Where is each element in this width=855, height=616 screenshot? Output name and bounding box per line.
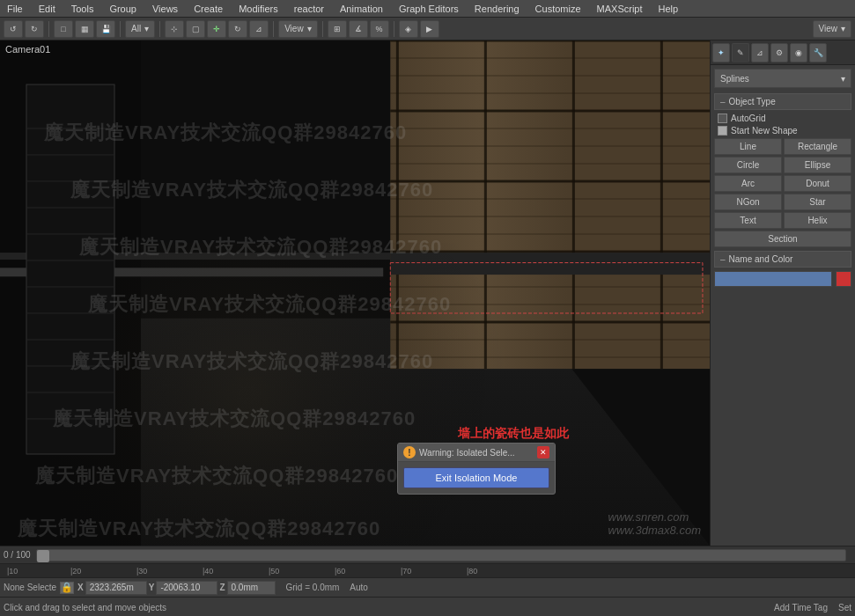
circle-button[interactable]: Circle xyxy=(714,157,782,173)
splines-dropdown[interactable]: Splines ▾ xyxy=(714,69,851,88)
timeline-slider[interactable] xyxy=(36,549,846,561)
rp-tab-hierarchy[interactable]: ⊿ xyxy=(751,43,769,62)
menu-maxscript[interactable]: MAXScript xyxy=(593,4,646,14)
timeline-numbers: |10 |20 |30 |40 |50 |60 |70 |80 xyxy=(0,564,855,578)
render-button[interactable]: ◈ xyxy=(399,20,418,38)
helix-button[interactable]: Helix xyxy=(784,212,851,229)
menu-modifiers[interactable]: Modifiers xyxy=(235,4,282,14)
grid-info: Grid = 0.0mm xyxy=(286,583,340,592)
website-watermark: www.snren.com www.3dmax8.com xyxy=(608,510,701,537)
menu-rendering[interactable]: Rendering xyxy=(471,4,523,14)
toolbar: ↺ ↻ □ ▦ 💾 All▾ ⊹ ▢ ✛ ↻ ⊿ View▾ ⊞ ∡ % ◈ ▶… xyxy=(0,18,855,40)
percent-snap[interactable]: % xyxy=(370,20,389,38)
arc-button[interactable]: Arc xyxy=(714,175,782,192)
object-type-section: – Object Type xyxy=(714,93,851,110)
bottom-area: 0 / 100 |10 |20 |30 |40 |50 |60 |70 |80 … xyxy=(0,546,855,616)
select-region-button[interactable]: ▢ xyxy=(186,20,205,38)
donut-button[interactable]: Donut xyxy=(784,175,851,192)
toolbar-sep-6 xyxy=(394,21,394,37)
redo-button[interactable]: ↻ xyxy=(25,20,44,38)
watermark-8: 魔天制造VRAY技术交流QQ群29842760 xyxy=(18,516,380,542)
view-dropdown[interactable]: View▾ xyxy=(278,20,318,38)
coord-inputs: X Y Z xyxy=(77,581,275,595)
watermark-3: 魔天制造VRAY技术交流QQ群29842760 xyxy=(79,234,442,260)
right-panel-tabs: ✦ ✎ ⊿ ⚙ ◉ 🔧 xyxy=(711,40,855,65)
menu-animation[interactable]: Animation xyxy=(336,4,387,14)
view-dropdown-right[interactable]: View▾ xyxy=(813,20,852,38)
color-swatch[interactable] xyxy=(836,271,851,287)
watermark-4: 魔天制造VRAY技术交流QQ群29842760 xyxy=(88,291,451,318)
viewport-label: Camera01 xyxy=(5,44,50,55)
ngon-button[interactable]: NGon xyxy=(714,194,782,210)
scale-button[interactable]: ⊿ xyxy=(249,20,269,38)
x-input[interactable] xyxy=(85,581,147,595)
menu-bar: File Edit Tools Group Views Create Modif… xyxy=(0,0,855,18)
set-label[interactable]: Set xyxy=(838,603,851,612)
isolation-dialog: ! Warning: Isolated Sele... ✕ Exit Isola… xyxy=(397,443,556,495)
rp-tab-motion[interactable]: ⚙ xyxy=(770,43,788,62)
angle-snap[interactable]: ∡ xyxy=(349,20,368,38)
open-button[interactable]: ▦ xyxy=(75,20,94,38)
new-scene-button[interactable]: □ xyxy=(54,20,73,38)
viewport[interactable]: Camera01 魔天制造VRAY技术交流QQ群29842760 魔天制造VRA… xyxy=(0,40,710,546)
menu-customize[interactable]: Customize xyxy=(532,4,585,14)
menu-views[interactable]: Views xyxy=(149,4,181,14)
color-row xyxy=(714,271,851,287)
input-row2: Click and drag to select and move object… xyxy=(0,598,855,616)
y-input[interactable] xyxy=(156,581,217,595)
right-panel: ✦ ✎ ⊿ ⚙ ◉ 🔧 Splines ▾ – Object Type Auto… xyxy=(710,40,855,546)
menu-group[interactable]: Group xyxy=(106,4,140,14)
watermark-1: 魔天制造VRAY技术交流QQ群29842760 xyxy=(44,120,407,146)
rotate-button[interactable]: ↻ xyxy=(228,20,247,38)
timeline-bar: 0 / 100 xyxy=(0,546,855,564)
input-bar: None Selecte 🔒 X Y Z Grid = 0.0mm Auto C… xyxy=(0,578,855,616)
right-panel-content: Splines ▾ – Object Type AutoGrid Start N… xyxy=(711,65,855,546)
star-button[interactable]: Star xyxy=(784,194,851,210)
exit-isolation-button[interactable]: Exit Isolation Mode xyxy=(403,467,549,488)
select-button[interactable]: ⊹ xyxy=(165,20,184,38)
line-button[interactable]: Line xyxy=(714,138,782,155)
isolation-dialog-header: ! Warning: Isolated Sele... ✕ xyxy=(398,444,555,462)
z-input[interactable] xyxy=(227,581,276,595)
toolbar-sep-4 xyxy=(273,21,274,37)
rectangle-button[interactable]: Rectangle xyxy=(784,138,851,155)
warning-icon: ! xyxy=(403,446,416,458)
menu-help[interactable]: Help xyxy=(655,4,682,14)
isolation-dialog-title: Warning: Isolated Sele... xyxy=(416,448,537,458)
snap-toggle[interactable]: ⊞ xyxy=(328,20,347,38)
menu-tools[interactable]: Tools xyxy=(68,4,98,14)
rp-tab-utilities[interactable]: 🔧 xyxy=(809,43,827,62)
save-button[interactable]: 💾 xyxy=(96,20,115,38)
shape-buttons-grid: Line Rectangle Circle Ellipse Arc Donut … xyxy=(714,138,851,247)
start-new-shape-row: Start New Shape xyxy=(714,126,851,136)
quick-render[interactable]: ▶ xyxy=(420,20,439,38)
autogrid-checkbox[interactable] xyxy=(718,114,727,123)
selection-filter-dropdown[interactable]: All▾ xyxy=(125,20,155,38)
move-button[interactable]: ✛ xyxy=(207,20,226,38)
auto-label: Auto xyxy=(350,583,368,592)
rp-tab-modify[interactable]: ✎ xyxy=(732,43,749,62)
ellipse-button[interactable]: Ellipse xyxy=(784,157,851,173)
timeline-thumb xyxy=(37,550,49,562)
watermark-6: 魔天制造VRAY技术交流QQ群29842760 xyxy=(53,406,416,432)
menu-create[interactable]: Create xyxy=(190,4,226,14)
rp-tab-create[interactable]: ✦ xyxy=(712,43,730,62)
menu-graph-editors[interactable]: Graph Editors xyxy=(395,4,462,14)
menu-edit[interactable]: Edit xyxy=(35,4,59,14)
text-button[interactable]: Text xyxy=(714,212,782,229)
lock-icon[interactable]: 🔒 xyxy=(60,582,74,594)
watermark-7: 魔天制造VRAY技术交流QQ群29842760 xyxy=(35,463,398,489)
add-time-tag[interactable]: Add Time Tag xyxy=(767,603,835,612)
name-input[interactable] xyxy=(714,271,832,287)
toolbar-sep-1 xyxy=(48,21,49,37)
start-new-shape-checkbox[interactable] xyxy=(718,126,727,136)
section-button[interactable]: Section xyxy=(714,231,851,247)
menu-file[interactable]: File xyxy=(4,4,26,14)
toolbar-sep-5 xyxy=(322,21,323,37)
rp-tab-display[interactable]: ◉ xyxy=(790,43,807,62)
undo-button[interactable]: ↺ xyxy=(4,20,23,38)
status-text: Click and drag to select and move object… xyxy=(4,603,763,612)
menu-reactor[interactable]: reactor xyxy=(291,4,328,14)
isolation-dialog-close[interactable]: ✕ xyxy=(537,446,549,458)
watermark-2: 魔天制造VRAY技术交流QQ群29842760 xyxy=(70,177,433,203)
